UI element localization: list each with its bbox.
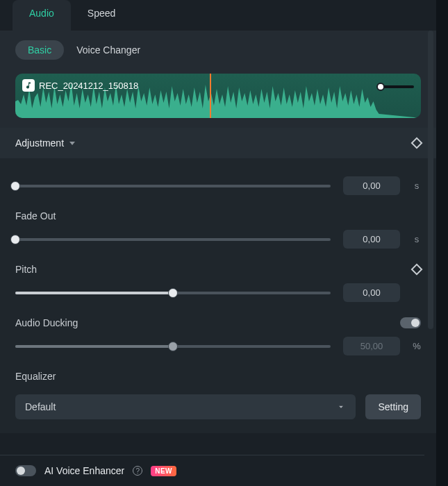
chevron-down-icon [69, 142, 75, 145]
help-icon[interactable]: ? [133, 466, 142, 476]
fadeout-slider[interactable] [15, 238, 331, 241]
adjustment-label: Adjustment [15, 137, 64, 149]
equalizer-label: Equalizer [15, 371, 56, 382]
tab-audio[interactable]: Audio [13, 0, 71, 31]
fadeout-value[interactable]: 0,00 [343, 230, 400, 249]
ai-enhancer-label: AI Voice Enhancer [44, 465, 124, 476]
new-badge: NEW [151, 466, 176, 476]
equalizer-setting-button[interactable]: Setting [365, 394, 421, 419]
adjustment-header[interactable]: Adjustment [0, 128, 436, 158]
ducking-unit: % [413, 341, 421, 351]
fadeout-label: Fade Out [15, 210, 56, 221]
ai-voice-enhancer-row: AI Voice Enhancer ? NEW [0, 455, 424, 486]
equalizer-selected: Default [25, 401, 56, 412]
tab-speed[interactable]: Speed [71, 0, 132, 31]
audio-waveform[interactable]: REC_20241212_150818 [15, 74, 421, 118]
equalizer-select[interactable]: Default [15, 394, 356, 419]
keyframe-icon[interactable] [411, 137, 423, 149]
ducking-slider[interactable] [15, 345, 331, 348]
pitch-value[interactable]: 0,00 [343, 283, 400, 302]
playhead[interactable] [210, 74, 211, 118]
sub-tab-basic[interactable]: Basic [15, 40, 64, 60]
pitch-slider[interactable] [15, 292, 331, 294]
sub-tab-voice-changer[interactable]: Voice Changer [76, 44, 140, 56]
top-tabs: Audio Speed [0, 0, 436, 31]
ai-enhancer-toggle[interactable] [15, 465, 36, 476]
scrollbar[interactable] [428, 31, 433, 329]
adjustment-unit: s [413, 181, 421, 191]
keyframe-icon[interactable] [411, 264, 423, 276]
adjustment-slider[interactable] [15, 185, 331, 187]
clip-name: REC_20241212_150818 [39, 81, 138, 91]
fadeout-unit: s [413, 234, 421, 244]
sub-tabs: Basic Voice Changer [0, 31, 436, 69]
trim-tail [382, 85, 414, 88]
chevron-down-icon [336, 402, 346, 412]
pitch-label: Pitch [15, 264, 37, 275]
ducking-value: 50,00 [343, 337, 400, 355]
trim-end-handle[interactable] [376, 83, 385, 91]
adjustment-value[interactable]: 0,00 [343, 176, 400, 195]
ducking-toggle[interactable] [400, 317, 421, 328]
ducking-label: Audio Ducking [15, 317, 78, 328]
audio-file-icon [22, 79, 35, 92]
